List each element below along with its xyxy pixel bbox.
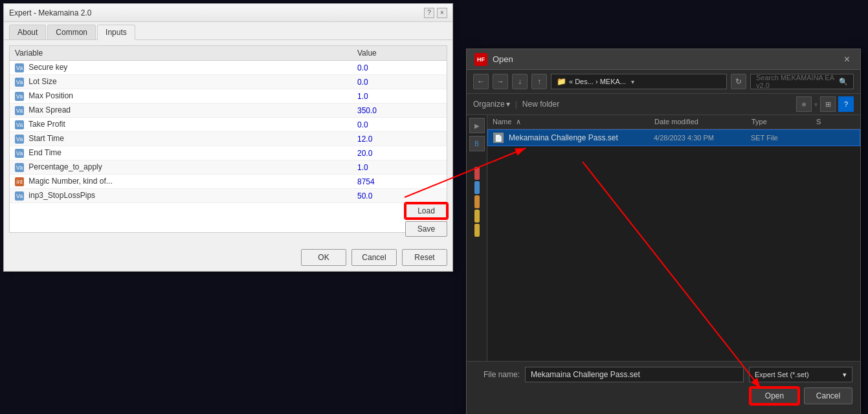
color-bar-red <box>474 167 480 180</box>
tab-inputs[interactable]: Inputs <box>97 25 135 40</box>
filename-label: File name: <box>474 370 520 379</box>
variable-cell: int Magic Number, kind of... <box>10 175 352 189</box>
col-date-header: Date modified <box>654 118 751 126</box>
table-row[interactable]: Va Percentage_to_apply 1.0 <box>10 160 447 175</box>
open-dialog-title-text: Open <box>493 54 513 64</box>
navigation-bar: ← → ↓ ↑ 📁 « Des... › MEKA... ▾ ↻ Search … <box>467 70 860 94</box>
color-bar-blue <box>474 181 480 194</box>
variable-cell: Va Percentage_to_apply <box>10 160 352 175</box>
close-button[interactable]: × <box>437 8 447 18</box>
value-cell[interactable]: 1.0 <box>352 160 447 175</box>
open-dialog-close-button[interactable]: × <box>841 54 852 65</box>
col-name-header[interactable]: Name ∧ <box>493 118 654 126</box>
table-row[interactable]: Va Max Spread 350.0 <box>10 104 447 118</box>
new-folder-button[interactable]: New folder <box>522 100 559 109</box>
variable-cell: Va Start Time <box>10 132 352 146</box>
type-icon: Va <box>15 163 24 172</box>
search-icon: 🔍 <box>839 78 848 86</box>
color-bar-gold2 <box>474 224 480 237</box>
value-cell[interactable]: 0.0 <box>352 75 447 89</box>
expert-dialog: Expert - Mekamaina 2.0 ? × About Common … <box>3 3 453 272</box>
type-icon: Va <box>15 92 24 101</box>
table-row[interactable]: int Magic Number, kind of... 8754 <box>10 175 447 189</box>
variable-cell: Va Lot Size <box>10 75 352 89</box>
tab-about[interactable]: About <box>9 25 46 39</box>
table-row[interactable]: Va Take Profit 0.0 <box>10 118 447 132</box>
file-main-list: Name ∧ Date modified Type S 📄 Mekamaina … <box>487 115 860 361</box>
breadcrumb-text: « Des... › MEKA... <box>569 78 626 85</box>
dialog-footer: OK Cancel Reset <box>301 249 447 266</box>
nav-back-button[interactable]: ← <box>473 74 489 89</box>
left-panel-item[interactable]: B <box>469 136 485 151</box>
value-cell[interactable]: 50.0 <box>352 189 447 203</box>
open-dialog-titlebar: HF Open × <box>467 49 860 70</box>
file-type: SET File <box>751 134 816 142</box>
type-icon: Va <box>15 149 24 158</box>
file-name: Mekamaina Challenge Pass.set <box>509 133 654 142</box>
open-dialog-title-area: HF Open <box>474 53 513 66</box>
type-icon: Va <box>15 63 24 72</box>
file-list-area: ▶ B Name ∧ Date modified Type S <box>467 115 860 361</box>
organize-arrow: ▾ <box>506 100 510 109</box>
filename-input[interactable] <box>525 367 744 382</box>
color-bar-orange <box>474 195 480 208</box>
save-button[interactable]: Save <box>405 221 447 237</box>
value-cell[interactable]: 8754 <box>352 175 447 189</box>
view-details-button[interactable]: ≡ <box>796 96 812 112</box>
cancel-button[interactable]: Cancel <box>351 249 397 266</box>
table-row[interactable]: Va Lot Size 0.0 <box>10 75 447 89</box>
nav-down-button[interactable]: ↓ <box>512 74 528 89</box>
left-panel-expand-button[interactable]: ▶ <box>469 118 485 133</box>
variable-cell: Va Max Position <box>10 89 352 104</box>
tab-common[interactable]: Common <box>47 25 96 39</box>
table-row[interactable]: Va inp3_StopLossPips 50.0 <box>10 189 447 203</box>
type-icon: Va <box>15 78 24 87</box>
organize-button[interactable]: Organize ▾ <box>473 100 510 109</box>
table-row[interactable]: Va Max Position 1.0 <box>10 89 447 104</box>
color-bar-gold1 <box>474 210 480 223</box>
help-button[interactable]: ? <box>424 8 434 18</box>
open-button[interactable]: Open <box>750 387 799 404</box>
breadcrumb-folder-icon: 📁 <box>557 77 566 86</box>
value-cell[interactable]: 12.0 <box>352 132 447 146</box>
ok-button[interactable]: OK <box>301 249 346 266</box>
left-panel: ▶ B <box>467 115 487 361</box>
type-icon: Va <box>15 191 24 201</box>
cancel-dark-button[interactable]: Cancel <box>804 387 852 404</box>
filetype-select[interactable]: Expert Set (*.set) ▾ <box>749 367 852 382</box>
search-placeholder: Search MEKAMAINA EA v2.0 <box>756 74 839 89</box>
type-icon: Va <box>15 120 24 129</box>
variable-cell: Va Secure key <box>10 61 352 75</box>
nav-forward-button[interactable]: → <box>493 74 508 89</box>
filetype-arrow: ▾ <box>843 371 847 379</box>
col-size-header: S <box>816 118 855 126</box>
value-cell[interactable]: 0.0 <box>352 61 447 75</box>
value-cell[interactable]: 350.0 <box>352 104 447 118</box>
reset-button[interactable]: Reset <box>402 249 447 266</box>
type-icon: Va <box>15 106 24 115</box>
value-cell[interactable]: 0.0 <box>352 118 447 132</box>
file-icon: 📄 <box>493 133 504 143</box>
table-row[interactable]: Va End Time 20.0 <box>10 146 447 160</box>
toolbar-icons: ≡ ▾ ⊞ ? <box>796 96 854 112</box>
breadcrumb-box[interactable]: 📁 « Des... › MEKA... ▾ <box>551 74 727 89</box>
hf-logo: HF <box>474 53 487 66</box>
variable-cell: Va End Time <box>10 146 352 160</box>
file-row-selected[interactable]: 📄 Mekamaina Challenge Pass.set 4/28/2023… <box>487 129 860 146</box>
breadcrumb-arrow: ▾ <box>631 78 634 85</box>
value-cell[interactable]: 20.0 <box>352 146 447 160</box>
value-cell[interactable]: 1.0 <box>352 89 447 104</box>
help-icon-button[interactable]: ? <box>838 96 854 112</box>
variable-cell: Va Max Spread <box>10 104 352 118</box>
nav-refresh-button[interactable]: ↻ <box>731 74 746 89</box>
file-toolbar: Organize ▾ | New folder ≡ ▾ ⊞ ? <box>467 94 860 115</box>
params-table: Variable Value Va Secure key 0.0 Va Lot … <box>10 46 447 203</box>
view-tiles-button[interactable]: ⊞ <box>820 96 836 112</box>
load-button[interactable]: Load <box>405 203 447 219</box>
dialog-controls: ? × <box>424 8 447 18</box>
tab-bar: About Common Inputs <box>4 22 452 40</box>
table-row[interactable]: Va Secure key 0.0 <box>10 61 447 75</box>
table-row[interactable]: Va Start Time 12.0 <box>10 132 447 146</box>
nav-up-button[interactable]: ↑ <box>531 74 547 89</box>
search-box[interactable]: Search MEKAMAINA EA v2.0 🔍 <box>750 74 854 89</box>
